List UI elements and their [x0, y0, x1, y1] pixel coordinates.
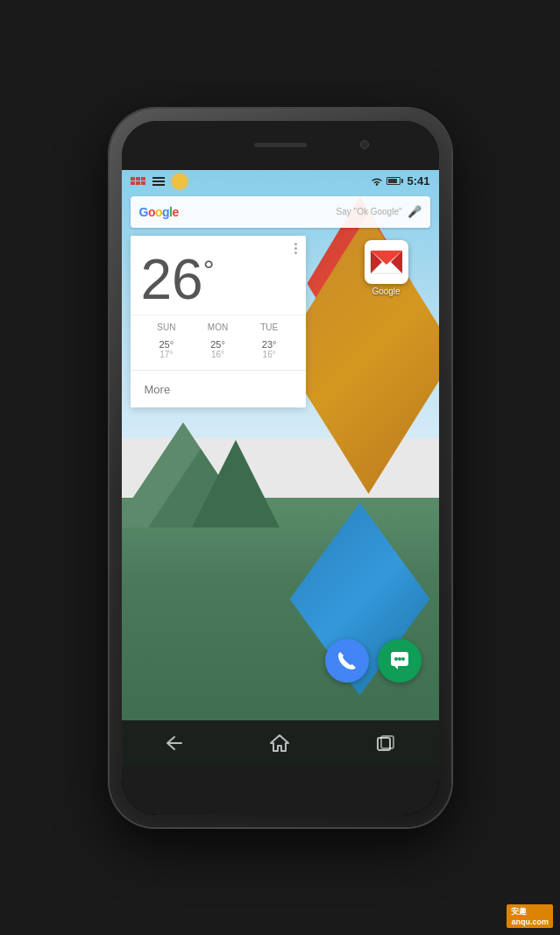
hangouts-app-icon[interactable]: [378, 639, 422, 683]
gmail-icon-image: [365, 240, 408, 284]
phone-icon: [335, 648, 359, 673]
recents-icon: [376, 734, 395, 752]
ok-google-text: Say "Ok Google": [337, 207, 402, 216]
phone-top-bar: [122, 121, 439, 170]
camera-dot: [360, 140, 369, 149]
forecast-day-tue: TUE: [252, 322, 287, 332]
more-label: More: [145, 383, 171, 396]
nav-bar: [122, 720, 439, 766]
forecast-temp-tue: 23° 16°: [252, 336, 287, 359]
status-bar: 5:41: [122, 170, 439, 193]
temperature-display: 26°: [141, 251, 295, 308]
temp-low: 16°: [252, 350, 287, 359]
hamburger-menu-icon: [152, 177, 165, 186]
svg-point-11: [401, 657, 405, 661]
back-arrow-icon: [164, 735, 185, 751]
mic-icon[interactable]: 🎤: [408, 205, 422, 218]
home-icon: [269, 733, 290, 753]
phone-app-icon[interactable]: [325, 639, 369, 683]
back-button[interactable]: [148, 726, 201, 761]
weather-card-top: 26°: [131, 236, 306, 315]
forecast-temps-row: 25° 17° 25° 16° 23° 16°: [141, 336, 295, 359]
menu-line: [152, 177, 165, 179]
search-bar[interactable]: Google Say "Ok Google" 🎤: [131, 196, 430, 228]
overflow-menu-icon[interactable]: [294, 243, 297, 254]
menu-line: [152, 181, 165, 182]
gmail-app-icon[interactable]: Google: [360, 240, 413, 296]
phone-frame: 5:41 Google Say "Ok Google" 🎤: [110, 109, 451, 827]
weather-widget: 26° SUN MON TUE: [131, 236, 306, 407]
temp-high: 25°: [200, 339, 235, 350]
day-label: MON: [200, 322, 235, 332]
temp-low: 16°: [200, 350, 235, 359]
temperature-value: 26: [141, 248, 203, 311]
home-button[interactable]: [253, 726, 306, 761]
forecast-section: SUN MON TUE 25° 17°: [131, 315, 306, 370]
battery-icon: [386, 177, 403, 185]
day-label: TUE: [252, 322, 287, 332]
svg-point-0: [376, 183, 378, 185]
phone-bottom-bar: [122, 766, 439, 815]
hangouts-icon: [387, 648, 412, 673]
brick-icon: [131, 177, 145, 185]
forecast-day-sun: SUN: [149, 322, 184, 332]
temp-low: 17°: [149, 350, 184, 359]
dot: [294, 243, 297, 245]
search-right: Say "Ok Google" 🎤: [337, 205, 422, 218]
status-right: 5:41: [371, 174, 429, 188]
temp-high: 23°: [252, 339, 287, 350]
speaker-grill: [254, 143, 307, 147]
svg-point-9: [394, 657, 398, 661]
dot: [294, 251, 297, 254]
forecast-days-row: SUN MON TUE: [141, 322, 295, 332]
google-logo: Google: [139, 205, 179, 219]
menu-line: [152, 184, 165, 186]
mountain3: [192, 440, 280, 528]
screen: 5:41 Google Say "Ok Google" 🎤: [122, 170, 439, 766]
dot: [294, 247, 297, 250]
gmail-app-label: Google: [360, 287, 413, 296]
weather-status-icon: [172, 174, 188, 189]
svg-marker-8: [394, 666, 398, 669]
phone-inner: 5:41 Google Say "Ok Google" 🎤: [122, 121, 439, 815]
status-left: [131, 174, 188, 189]
svg-marker-12: [271, 735, 288, 751]
clock: 5:41: [407, 174, 429, 188]
more-button[interactable]: More: [131, 370, 306, 407]
watermark: 安趣 anqu.com: [507, 904, 553, 928]
day-label: SUN: [149, 322, 184, 332]
svg-point-10: [398, 657, 401, 661]
temp-high: 25°: [149, 339, 184, 350]
recents-button[interactable]: [359, 726, 412, 761]
degree-symbol: °: [203, 253, 215, 285]
forecast-day-mon: MON: [200, 322, 235, 332]
forecast-temp-mon: 25° 16°: [200, 336, 235, 359]
forecast-temp-sun: 25° 17°: [149, 336, 184, 359]
gmail-svg-icon: [369, 249, 404, 275]
wifi-icon: [371, 176, 383, 186]
